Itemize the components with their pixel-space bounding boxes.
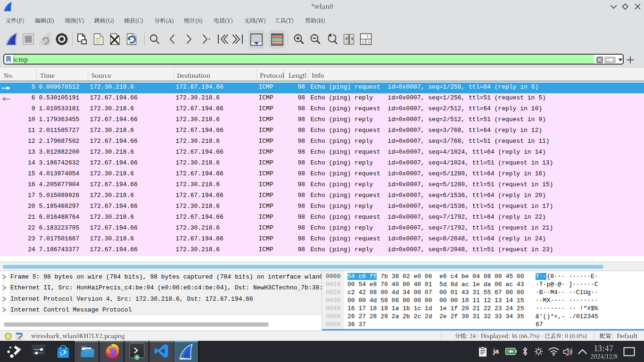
svg-text:2: 2 (362, 40, 364, 44)
svg-text:1: 1 (367, 34, 369, 39)
svg-text:3: 3 (368, 40, 370, 44)
svg-text:0111: 0111 (96, 41, 101, 43)
